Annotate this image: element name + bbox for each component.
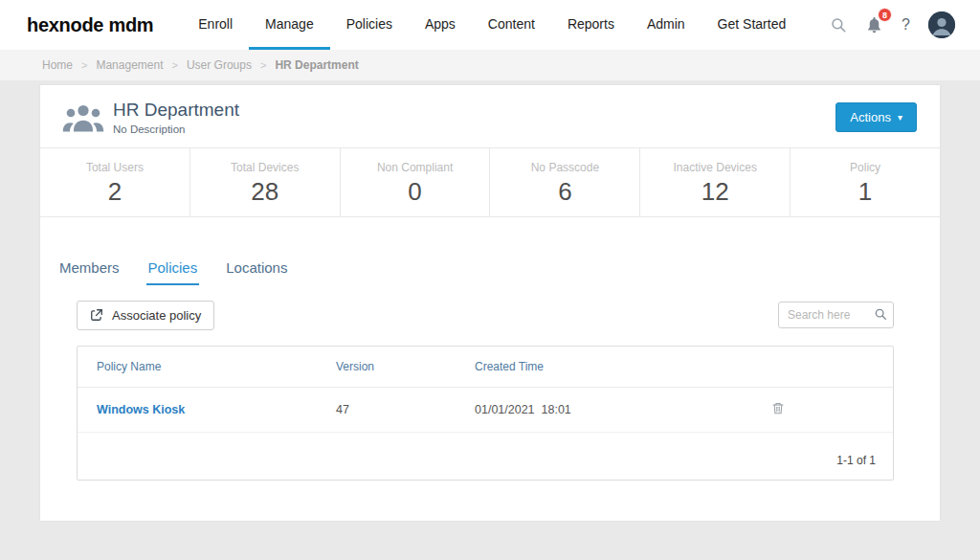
policy-created-time: 01/01/2021 18:01 xyxy=(475,390,771,430)
stat-total-users: Total Users 2 xyxy=(40,148,190,216)
help-icon[interactable]: ? xyxy=(902,16,910,34)
nav-item-policies[interactable]: Policies xyxy=(330,0,409,50)
stat-value: 2 xyxy=(40,178,189,206)
breadcrumb-separator: > xyxy=(172,59,178,71)
policies-toolbar: Associate policy xyxy=(40,285,940,330)
brand-logo[interactable]: hexnode mdm xyxy=(27,14,153,36)
nav-item-enroll[interactable]: Enroll xyxy=(182,0,249,50)
top-navigation: hexnode mdm Enroll Manage Policies Apps … xyxy=(0,0,980,50)
group-stats-strip: Total Users 2 Total Devices 28 Non Compl… xyxy=(40,147,940,217)
nav-item-apps[interactable]: Apps xyxy=(409,0,472,50)
group-titles: HR Department No Description xyxy=(113,100,239,135)
stat-value: 12 xyxy=(640,178,790,206)
stat-label: Inactive Devices xyxy=(640,161,790,174)
stat-label: Policy xyxy=(791,161,940,174)
column-header-actions xyxy=(771,353,874,380)
table-row: Windows Kiosk 47 01/01/2021 18:01 xyxy=(78,388,893,433)
stat-value: 0 xyxy=(341,178,490,206)
pagination-info: 1-1 of 1 xyxy=(78,433,893,480)
nav-item-get-started[interactable]: Get Started xyxy=(702,0,803,50)
delete-policy-trash-icon[interactable] xyxy=(771,401,785,415)
tab-policies[interactable]: Policies xyxy=(146,254,200,285)
stat-value: 6 xyxy=(490,178,639,206)
policy-version: 47 xyxy=(336,390,475,430)
breadcrumb-separator: > xyxy=(260,59,266,71)
group-header: HR Department No Description Actions ▾ xyxy=(40,85,940,147)
breadcrumb: Home > Management > User Groups > HR Dep… xyxy=(0,50,980,80)
stat-inactive-devices: Inactive Devices 12 xyxy=(640,148,791,216)
user-avatar[interactable] xyxy=(928,11,955,38)
actions-button-label: Actions xyxy=(850,110,891,124)
stat-policy: Policy 1 xyxy=(791,148,940,216)
search-input[interactable] xyxy=(778,302,894,328)
group-description: No Description xyxy=(113,123,239,135)
stat-label: No Passcode xyxy=(490,161,639,174)
group-detail-card: HR Department No Description Actions ▾ T… xyxy=(40,85,940,521)
page-title: HR Department xyxy=(113,100,239,121)
topnav-actions: 8 ? xyxy=(830,11,955,38)
associate-policy-label: Associate policy xyxy=(112,308,201,323)
associate-policy-button[interactable]: Associate policy xyxy=(77,301,214,330)
stat-label: Non Compliant xyxy=(341,161,490,174)
table-header-row: Policy Name Version Created Time xyxy=(78,347,893,388)
breadcrumb-home[interactable]: Home xyxy=(42,58,73,72)
policies-table: Policy Name Version Created Time Windows… xyxy=(77,346,894,481)
nav-item-reports[interactable]: Reports xyxy=(551,0,631,50)
breadcrumb-current-hr-department: HR Department xyxy=(275,58,358,72)
policy-name-link[interactable]: Windows Kiosk xyxy=(97,403,185,416)
breadcrumb-management[interactable]: Management xyxy=(96,58,163,72)
stat-label: Total Users xyxy=(40,161,189,174)
stat-non-compliant: Non Compliant 0 xyxy=(341,148,491,216)
stat-label: Total Devices xyxy=(190,161,340,174)
actions-dropdown-button[interactable]: Actions ▾ xyxy=(835,102,917,132)
column-header-policy-name: Policy Name xyxy=(97,347,336,387)
policy-search xyxy=(778,302,894,328)
notification-badge: 8 xyxy=(878,8,892,22)
caret-down-icon: ▾ xyxy=(898,113,902,123)
column-header-created-time: Created Time xyxy=(475,347,771,387)
group-tabs: Members Policies Locations xyxy=(40,254,940,285)
breadcrumb-separator: > xyxy=(81,59,87,71)
nav-item-admin[interactable]: Admin xyxy=(631,0,702,50)
notifications-bell-icon[interactable]: 8 xyxy=(865,15,883,34)
column-header-version: Version xyxy=(336,347,475,387)
search-icon[interactable] xyxy=(830,16,847,34)
user-group-icon xyxy=(59,101,107,134)
tab-locations[interactable]: Locations xyxy=(224,254,289,285)
export-arrow-icon xyxy=(90,308,103,322)
stat-value: 28 xyxy=(190,178,340,206)
breadcrumb-user-groups[interactable]: User Groups xyxy=(187,58,252,72)
tab-members[interactable]: Members xyxy=(57,254,122,285)
nav-item-content[interactable]: Content xyxy=(472,0,551,50)
stat-total-devices: Total Devices 28 xyxy=(190,148,341,216)
nav-item-manage[interactable]: Manage xyxy=(249,0,330,50)
stat-no-passcode: No Passcode 6 xyxy=(490,148,640,216)
stat-value: 1 xyxy=(791,178,940,206)
main-nav: Enroll Manage Policies Apps Content Repo… xyxy=(182,0,802,50)
